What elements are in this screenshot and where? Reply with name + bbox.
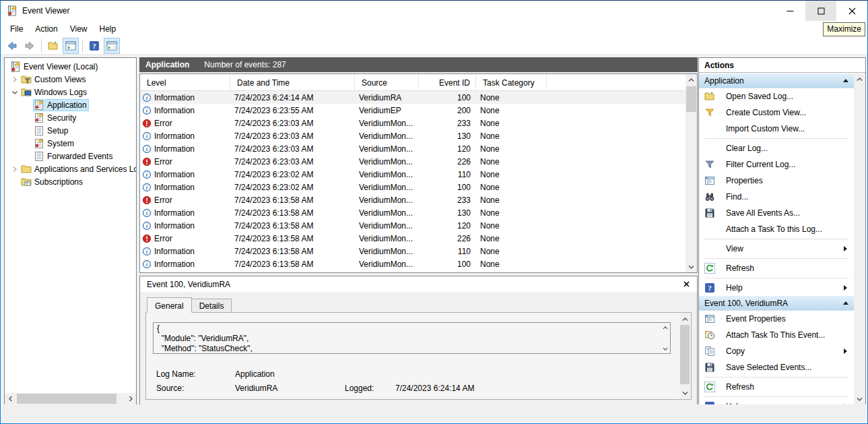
tree-item-applications-and-services-lo[interactable]: Applications and Services Lo bbox=[5, 162, 136, 175]
scroll-right-button[interactable] bbox=[125, 393, 136, 404]
tree-item-windows-logs[interactable]: Windows Logs bbox=[5, 86, 136, 98]
tree-item-custom-views[interactable]: Custom Views bbox=[5, 73, 136, 86]
column-header-source[interactable]: Source bbox=[355, 74, 419, 91]
action-find[interactable]: Find... bbox=[699, 189, 854, 205]
menu-view[interactable]: View bbox=[64, 22, 94, 36]
menu-file[interactable]: File bbox=[4, 22, 29, 36]
action-properties[interactable]: Properties bbox=[699, 173, 854, 189]
action-save-selected-events[interactable]: Save Selected Events... bbox=[699, 359, 854, 375]
event-row[interactable]: iInformation7/24/2023 6:23:02 AMVeridium… bbox=[140, 168, 697, 181]
action-help[interactable]: ?Help bbox=[699, 280, 854, 296]
action-view[interactable]: View bbox=[699, 241, 854, 257]
column-header-date-and-time[interactable]: Date and Time bbox=[230, 74, 355, 91]
action-label: Event Properties bbox=[726, 314, 854, 324]
tree-item-application[interactable]: Application bbox=[5, 98, 136, 111]
back-button[interactable] bbox=[4, 38, 20, 54]
menu-action[interactable]: Action bbox=[29, 22, 63, 36]
show-hide-console-tree-button[interactable] bbox=[63, 38, 79, 54]
tree-item-security[interactable]: Security bbox=[5, 111, 136, 124]
events-vertical-scrollbar[interactable] bbox=[686, 74, 697, 272]
scroll-left-button[interactable] bbox=[5, 393, 16, 404]
menu-help[interactable]: Help bbox=[94, 22, 123, 36]
action-filter-current-log[interactable]: Filter Current Log... bbox=[699, 156, 854, 173]
tab-general[interactable]: General bbox=[147, 297, 192, 313]
action-refresh[interactable]: Refresh bbox=[699, 379, 854, 395]
tree-expander-icon[interactable] bbox=[9, 164, 20, 175]
event-row[interactable]: iInformation7/24/2023 6:23:03 AMVeridium… bbox=[140, 129, 697, 142]
level-text: Information bbox=[154, 221, 195, 231]
event-row[interactable]: Error7/24/2023 6:23:03 AMVeridiumMon...2… bbox=[140, 117, 697, 129]
scroll-down-button[interactable] bbox=[854, 393, 865, 404]
cell-event-id: 130 bbox=[419, 206, 476, 219]
svg-text:?: ? bbox=[708, 284, 712, 292]
event-viewer-app-icon bbox=[7, 5, 18, 16]
action-clear-log[interactable]: Clear Log... bbox=[699, 140, 854, 156]
collapse-icon[interactable] bbox=[843, 301, 848, 305]
action-attach-a-task-to-this-log[interactable]: Attach a Task To this Log... bbox=[699, 221, 854, 237]
close-button[interactable] bbox=[836, 1, 867, 21]
event-row[interactable]: iInformation7/24/2023 6:13:58 AMVeridium… bbox=[140, 206, 697, 219]
tree-item-event-viewer-local-[interactable]: Event Viewer (Local) bbox=[5, 60, 136, 73]
minimize-button[interactable] bbox=[774, 1, 805, 21]
preview-vertical-scrollbar[interactable] bbox=[679, 313, 690, 398]
event-description-box[interactable]: { "Module": "VeridiumRA", "Method": "Sta… bbox=[153, 322, 671, 354]
scroll-down-button[interactable] bbox=[686, 261, 697, 272]
scroll-up-button[interactable] bbox=[854, 73, 865, 85]
event-row[interactable]: Error7/24/2023 6:23:03 AMVeridiumMon...2… bbox=[140, 155, 697, 168]
column-header-task-category[interactable]: Task Category bbox=[476, 74, 547, 91]
chevron-up-icon bbox=[663, 326, 668, 330]
tree-scroll-thumb[interactable] bbox=[17, 394, 116, 404]
event-row[interactable]: Error7/24/2023 6:13:58 AMVeridiumMon...2… bbox=[140, 232, 697, 245]
help-button[interactable]: ? bbox=[86, 38, 102, 54]
show-hide-action-pane-button[interactable] bbox=[104, 38, 120, 54]
tree-expander-icon[interactable] bbox=[9, 87, 20, 98]
column-header-level[interactable]: Level bbox=[140, 74, 230, 91]
log-plain-icon bbox=[34, 125, 44, 136]
event-row[interactable]: iInformation7/24/2023 6:23:02 AMVeridium… bbox=[140, 181, 697, 193]
action-copy[interactable]: Copy bbox=[699, 343, 854, 359]
event-row[interactable]: iInformation7/24/2023 6:23:03 AMVeridium… bbox=[140, 142, 697, 155]
column-header-event-id[interactable]: Event ID bbox=[419, 74, 476, 91]
description-scroll-down-button[interactable] bbox=[661, 344, 669, 353]
tree-item-subscriptions[interactable]: Subscriptions bbox=[5, 175, 136, 188]
event-row[interactable]: Error7/24/2023 6:13:58 AMVeridiumMon...2… bbox=[140, 193, 697, 206]
actions-section-header[interactable]: Event 100, VeridiumRA bbox=[699, 296, 854, 311]
tab-details[interactable]: Details bbox=[191, 299, 232, 313]
scroll-up-button[interactable] bbox=[679, 313, 690, 325]
action-create-custom-view[interactable]: Create Custom View... bbox=[699, 104, 854, 121]
action-refresh[interactable]: Refresh bbox=[699, 260, 854, 276]
tree-horizontal-scrollbar[interactable] bbox=[5, 393, 136, 404]
tree-item-setup[interactable]: Setup bbox=[5, 124, 136, 137]
event-row[interactable]: iInformation7/24/2023 6:24:14 AMVeridium… bbox=[140, 91, 697, 104]
forward-button[interactable] bbox=[22, 38, 38, 54]
scroll-down-button[interactable] bbox=[679, 387, 690, 398]
collapse-icon[interactable] bbox=[843, 79, 848, 82]
action-save-all-events-as[interactable]: Save All Events As... bbox=[699, 205, 854, 221]
action-event-properties[interactable]: Event Properties bbox=[699, 311, 854, 327]
action-import-custom-view[interactable]: Import Custom View... bbox=[699, 121, 854, 137]
action-help[interactable]: ?Help bbox=[699, 398, 854, 404]
tree-item-system[interactable]: System bbox=[5, 137, 136, 150]
close-preview-button[interactable] bbox=[681, 279, 692, 290]
scroll-up-button[interactable] bbox=[686, 74, 697, 86]
actions-section-header[interactable]: Application bbox=[699, 73, 854, 88]
actions-section-label: Application bbox=[704, 76, 843, 86]
events-scroll-thumb[interactable] bbox=[686, 86, 696, 112]
event-row[interactable]: iInformation7/24/2023 6:13:58 AMVeridium… bbox=[140, 245, 697, 258]
event-row[interactable]: iInformation7/24/2023 6:23:55 AMVeridium… bbox=[140, 104, 697, 117]
event-row[interactable]: iInformation7/24/2023 6:13:58 AMVeridium… bbox=[140, 258, 697, 270]
action-open-saved-log[interactable]: Open Saved Log... bbox=[699, 88, 854, 104]
level-text: Information bbox=[154, 208, 195, 218]
tree-expander-slot bbox=[9, 177, 20, 187]
actions-vertical-scrollbar[interactable] bbox=[854, 73, 865, 404]
description-scroll-up-button[interactable] bbox=[661, 324, 669, 332]
open-saved-log-button[interactable] bbox=[45, 38, 61, 54]
action-attach-task-to-this-event[interactable]: Attach Task To This Event... bbox=[699, 327, 854, 343]
refresh-icon bbox=[704, 263, 715, 274]
field-row: Log Name:Application bbox=[146, 369, 671, 384]
tree-expander-icon[interactable] bbox=[9, 74, 20, 85]
preview-scroll-thumb[interactable] bbox=[680, 325, 690, 384]
tree-item-forwarded-events[interactable]: Forwarded Events bbox=[5, 150, 136, 162]
maximize-button[interactable] bbox=[805, 1, 836, 21]
event-row[interactable]: iInformation7/24/2023 6:13:58 AMVeridium… bbox=[140, 219, 697, 232]
